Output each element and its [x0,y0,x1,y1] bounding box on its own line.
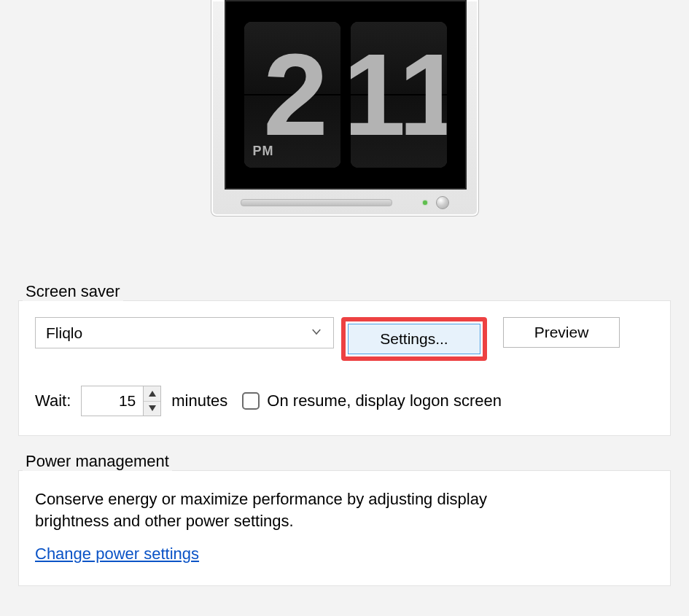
settings-button[interactable]: Settings... [348,324,480,354]
monitor-screen: PM 2 2 11 11 [225,0,467,190]
change-power-settings-link[interactable]: Change power settings [35,545,199,564]
on-resume-checkbox[interactable]: On resume, display logon screen [242,391,502,410]
chevron-down-icon [310,324,323,342]
on-resume-label: On resume, display logon screen [267,391,502,410]
monitor-frame: PM 2 2 11 11 [211,0,479,217]
screensaver-group: Screen saver Fliqlo Settings... Preview … [18,282,671,436]
power-management-group: Power management Conserve energy or maxi… [18,452,671,586]
screensaver-legend: Screen saver [23,282,123,301]
screensaver-select[interactable]: Fliqlo [35,317,334,348]
settings-highlight: Settings... [341,317,487,361]
wait-input[interactable] [82,386,143,416]
power-legend: Power management [23,452,172,471]
flipclock-minute: 11 11 [351,22,447,168]
power-led-icon [423,200,427,205]
svg-marker-1 [149,405,156,411]
power-description: Conserve energy or maximize performance … [35,488,531,531]
screensaver-select-value: Fliqlo [46,324,82,342]
wait-label: Wait: [35,391,71,410]
checkbox-box-icon [242,392,260,410]
flipclock-hour: PM 2 2 [244,22,340,168]
wait-spinner[interactable] [81,386,161,416]
svg-marker-0 [149,391,156,397]
screensaver-preview-area: PM 2 2 11 11 [18,0,671,217]
minutes-label: minutes [171,391,227,410]
spinner-down-button[interactable] [144,402,160,416]
preview-button[interactable]: Preview [503,317,620,348]
monitor-bezel [225,190,465,216]
power-button-icon [436,196,449,209]
monitor-tray [241,199,392,206]
spinner-up-button[interactable] [144,386,160,402]
